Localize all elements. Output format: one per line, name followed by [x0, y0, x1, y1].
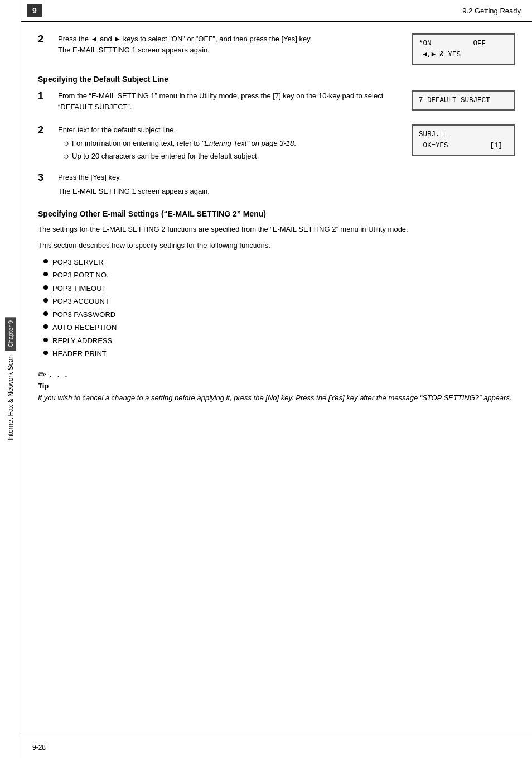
list-item: AUTO RECEPTION — [43, 322, 515, 333]
bullet-text: POP3 ACCOUNT — [52, 296, 109, 307]
tip-dots: . . . — [50, 370, 69, 379]
sub-bullet-2: ❍ Up to 20 characters can be entered for… — [64, 151, 395, 162]
list-item: POP3 TIMEOUT — [43, 283, 515, 294]
step-2-first: 2 Press the ◄ and ► keys to select "ON" … — [38, 33, 515, 65]
step-3-text2: The E-MAIL SETTING 1 screen appears agai… — [58, 186, 515, 197]
sidebar: Chapter 9 Internet Fax & Network Scan — [0, 0, 21, 758]
bullet-dot — [43, 259, 48, 263]
step-3-text1: Press the [Yes] key. — [58, 172, 515, 183]
page-number: 9-28 — [32, 743, 46, 751]
step-1-default: 1 From the “E-MAIL SETTING 1” menu in th… — [38, 90, 515, 114]
settings-bullet-list: POP3 SERVER POP3 PORT NO. POP3 TIMEOUT P… — [43, 257, 515, 359]
step-number-2a: 2 — [38, 33, 49, 65]
step-3-default: 3 Press the [Yes] key. The E-MAIL SETTIN… — [38, 172, 515, 199]
lcd-line-3: 7 DEFAULT SUBJECT — [419, 95, 509, 106]
sidebar-chapter-label: Chapter 9 — [5, 317, 16, 351]
step-2-default: 2 Enter text for the default subject lin… — [38, 124, 515, 162]
bullet-dot — [43, 298, 48, 303]
step-1-lcd-area: 7 DEFAULT SUBJECT — [404, 90, 515, 114]
sub-bullet-1: ❍ For information on entering text, refe… — [64, 138, 395, 149]
bullet-text: POP3 PORT NO. — [52, 270, 109, 281]
page-footer: 9-28 — [21, 736, 532, 758]
step-2a-text: Press the ◄ and ► keys to select "ON" or… — [58, 33, 395, 55]
lcd-display-3: SUBJ.=_ OK=YES [1] — [412, 124, 515, 156]
sub-bullet-icon-1: ❍ — [64, 140, 69, 148]
bullet-dot — [43, 311, 48, 316]
lcd-display-2: 7 DEFAULT SUBJECT — [412, 90, 515, 111]
bullet-dot — [43, 351, 48, 355]
lcd-line-2: ◄,► & YES — [419, 49, 509, 60]
step-2a-lcd-area: *ON OFF ◄,► & YES — [404, 33, 515, 65]
pencil-icon: ✏ — [38, 368, 46, 381]
other-settings-para1: The settings for the E-MAIL SETTING 2 fu… — [38, 224, 515, 235]
sub-bullet-2-text: Up to 20 characters can be entered for t… — [72, 151, 259, 162]
sub-bullet-icon-2: ❍ — [64, 152, 69, 161]
bullet-text: POP3 PASSWORD — [52, 309, 115, 320]
bullet-text: AUTO RECEPTION — [52, 322, 117, 333]
main-content: 2 Press the ◄ and ► keys to select "ON" … — [21, 22, 532, 736]
list-item: POP3 PASSWORD — [43, 309, 515, 320]
tip-text: If you wish to cancel a change to a sett… — [38, 392, 515, 404]
step-3-content: Press the [Yes] key. The E-MAIL SETTING … — [58, 172, 515, 199]
lcd-line-4: SUBJ.=_ — [419, 129, 509, 140]
tip-icon-area: ✏ . . . — [38, 368, 515, 381]
default-subject-heading: Specifying the Default Subject Line — [38, 75, 515, 84]
list-item: POP3 SERVER — [43, 257, 515, 268]
step-1-text: From the “E-MAIL SETTING 1” menu in the … — [58, 90, 395, 112]
bullet-text: POP3 SERVER — [52, 257, 104, 268]
step-number-2b: 2 — [38, 124, 49, 162]
section-title: 9.2 Getting Ready — [462, 7, 521, 15]
bullet-dot — [43, 272, 48, 276]
sidebar-section-label: Internet Fax & Network Scan — [7, 355, 14, 440]
other-settings-heading: Specifying Other E-mail Settings (“E-MAI… — [38, 209, 515, 218]
bullet-text: HEADER PRINT — [52, 348, 107, 359]
step-number-3: 3 — [38, 172, 49, 199]
bullet-dot — [43, 338, 48, 342]
bullet-dot — [43, 324, 48, 329]
other-settings-para2: This section describes how to specify se… — [38, 240, 515, 251]
lcd-line-1: *ON OFF — [419, 38, 509, 49]
step-2b-content: Enter text for the default subject line.… — [58, 124, 395, 162]
list-item: HEADER PRINT — [43, 348, 515, 359]
step-number-1: 1 — [38, 90, 49, 114]
step-1-content: From the “E-MAIL SETTING 1” menu in the … — [58, 90, 395, 114]
step-2b-text: Enter text for the default subject line. — [58, 124, 395, 136]
lcd-display-1: *ON OFF ◄,► & YES — [412, 33, 515, 65]
chapter-number-box: 9 — [27, 4, 42, 17]
step-2b-lcd-area: SUBJ.=_ OK=YES [1] — [404, 124, 515, 162]
bullet-text: REPLY ADDRESS — [52, 335, 112, 347]
list-item: REPLY ADDRESS — [43, 335, 515, 347]
sub-bullet-1-text: For information on entering text, refer … — [72, 138, 296, 149]
lcd-line-5: OK=YES [1] — [419, 140, 509, 151]
tip-label: Tip — [38, 382, 515, 390]
bullet-dot — [43, 285, 48, 290]
entering-text-link: "Entering Text" on page 3-18 — [202, 139, 294, 147]
list-item: POP3 ACCOUNT — [43, 296, 515, 307]
bullet-text: POP3 TIMEOUT — [52, 283, 107, 294]
tip-section: ✏ . . . Tip If you wish to cancel a chan… — [38, 368, 515, 404]
page-header: 9 9.2 Getting Ready — [21, 0, 532, 22]
step-2a-content: Press the ◄ and ► keys to select "ON" or… — [58, 33, 395, 65]
list-item: POP3 PORT NO. — [43, 270, 515, 281]
